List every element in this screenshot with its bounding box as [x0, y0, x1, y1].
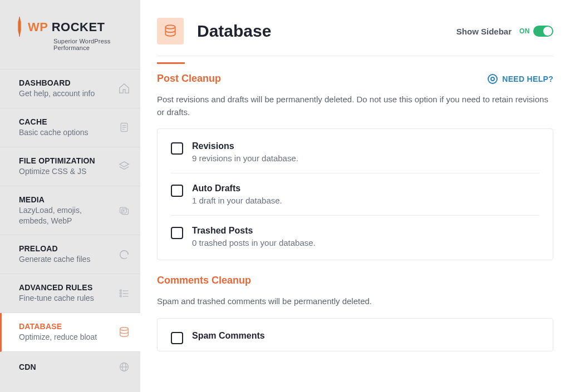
checkbox-revisions[interactable] — [171, 142, 183, 155]
option-title: Auto Drafts — [192, 183, 282, 193]
need-help-link[interactable]: NEED HELP? — [488, 74, 553, 84]
option-subtitle: 0 trashed posts in your database. — [192, 238, 316, 247]
svg-rect-6 — [122, 209, 129, 214]
database-icon — [118, 326, 130, 339]
show-sidebar-toggle[interactable]: ON — [519, 26, 553, 37]
sidebar-item-advanced-rules[interactable]: ADVANCED RULES Fine-tune cache rules — [0, 274, 140, 313]
globe-icon — [118, 361, 130, 373]
show-sidebar-label: Show Sidebar — [456, 27, 512, 36]
page-header: Database Show Sidebar ON — [157, 18, 553, 56]
sidebar: WP ROCKET Superior WordPress Performance… — [0, 0, 140, 392]
sidebar-item-title: FILE OPTIMIZATION — [19, 156, 95, 165]
sidebar-item-title: ADVANCED RULES — [19, 283, 94, 292]
sidebar-item-sub: Optimize CSS & JS — [19, 166, 95, 177]
toggle-switch-icon — [533, 26, 553, 37]
sidebar-item-title: DATABASE — [19, 322, 97, 331]
section-title: Comments Cleanup — [157, 275, 251, 286]
list-icon — [118, 287, 130, 300]
sidebar-item-title: PRELOAD — [19, 244, 90, 253]
option-revisions[interactable]: Revisions 9 revisions in your database. — [171, 131, 539, 173]
option-spam-comments[interactable]: Spam Comments — [171, 321, 539, 349]
sidebar-item-preload[interactable]: PRELOAD Generate cache files — [0, 235, 140, 274]
svg-rect-11 — [120, 290, 122, 291]
checkbox-spam-comments[interactable] — [171, 332, 183, 344]
sidebar-item-cache[interactable]: CACHE Basic cache options — [0, 108, 140, 147]
option-trashed-posts[interactable]: Trashed Posts 0 trashed posts in your da… — [171, 216, 539, 257]
svg-rect-13 — [120, 295, 122, 297]
svg-point-18 — [165, 25, 175, 29]
checkbox-auto-drafts[interactable] — [171, 185, 183, 197]
sidebar-item-sub: Get help, account info — [19, 88, 95, 99]
svg-point-7 — [123, 210, 124, 211]
brand-name: WP ROCKET — [28, 20, 105, 34]
section-title: Post Cleanup — [157, 73, 221, 85]
section-description: Spam and trashed comments will be perman… — [157, 295, 553, 308]
main-content: Database Show Sidebar ON Post Cleanup NE… — [140, 0, 570, 392]
option-subtitle: 1 draft in your database. — [192, 196, 282, 205]
layers-icon — [118, 160, 130, 172]
sidebar-item-sub: LazyLoad, emojis, embeds, WebP — [19, 205, 108, 226]
sidebar-item-title: MEDIA — [19, 195, 108, 204]
sidebar-item-sub: Optimize, reduce bloat — [19, 332, 97, 343]
lifering-icon — [488, 74, 498, 84]
comments-cleanup-card: Spam Comments — [157, 318, 553, 351]
sidebar-item-title: CACHE — [19, 117, 89, 126]
sidebar-item-sub: Basic cache options — [19, 127, 89, 138]
post-cleanup-card: Revisions 9 revisions in your database. … — [157, 128, 553, 260]
toggle-state-label: ON — [519, 27, 530, 35]
sidebar-item-title: DASHBOARD — [19, 78, 95, 87]
sidebar-item-database[interactable]: DATABASE Optimize, reduce bloat — [0, 313, 140, 352]
images-icon — [118, 205, 130, 217]
need-help-label: NEED HELP? — [502, 75, 553, 83]
active-tab-underline — [157, 62, 185, 64]
database-header-icon — [157, 18, 184, 44]
section-comments-cleanup: Comments Cleanup Spam and trashed commen… — [157, 275, 553, 351]
svg-rect-12 — [120, 292, 122, 294]
svg-marker-4 — [120, 162, 129, 167]
section-description: Post revisions and drafts will be perman… — [157, 93, 553, 118]
refresh-icon — [118, 249, 130, 261]
option-title: Spam Comments — [192, 331, 265, 341]
sidebar-item-sub: Fine-tune cache rules — [19, 293, 94, 304]
option-title: Trashed Posts — [192, 226, 316, 236]
sidebar-item-sub: Generate cache files — [19, 254, 90, 265]
section-post-cleanup: Post Cleanup NEED HELP? Post revisions a… — [157, 73, 553, 260]
sidebar-item-title: CDN — [19, 363, 36, 371]
page-title: Database — [197, 22, 271, 41]
sidebar-item-file-optimization[interactable]: FILE OPTIMIZATION Optimize CSS & JS — [0, 147, 140, 186]
brand-logo: WP ROCKET Superior WordPress Performance — [0, 0, 140, 53]
option-auto-drafts[interactable]: Auto Drafts 1 draft in your database. — [171, 173, 539, 216]
sidebar-item-cdn[interactable]: CDN — [0, 352, 140, 382]
option-title: Revisions — [192, 141, 298, 151]
svg-point-14 — [120, 328, 129, 331]
checkbox-trashed-posts[interactable] — [171, 227, 183, 239]
sidebar-item-dashboard[interactable]: DASHBOARD Get help, account info — [0, 69, 140, 108]
sidebar-nav: DASHBOARD Get help, account info CACHE B… — [0, 69, 140, 382]
home-icon — [118, 82, 130, 95]
sidebar-item-media[interactable]: MEDIA LazyLoad, emojis, embeds, WebP — [0, 186, 140, 236]
option-subtitle: 9 revisions in your database. — [192, 153, 298, 163]
brand-tagline: Superior WordPress Performance — [53, 38, 126, 51]
rocket-logo-icon — [14, 16, 24, 39]
file-icon — [118, 121, 130, 133]
